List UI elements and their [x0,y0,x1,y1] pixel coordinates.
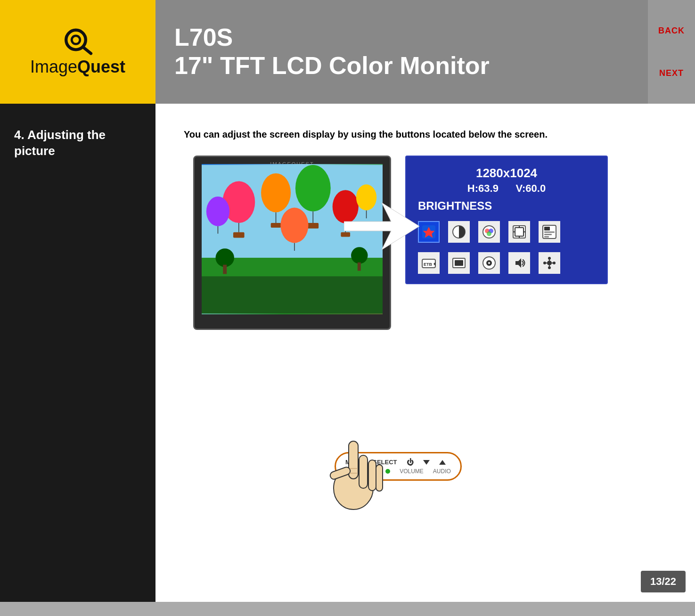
svg-line-3 [83,48,91,54]
osd-hz: H:63.9 V:60.0 [418,182,595,195]
arrow-indicator [344,203,419,252]
logo: ImageQuest [30,27,125,77]
header-title-area: L70S 17" TFT LCD Color Monitor [155,0,648,104]
svg-point-10 [261,173,291,213]
osd-icon-etb: ETB [418,252,440,274]
bottom-bar [0,602,695,616]
svg-rect-26 [223,265,227,274]
svg-point-58 [548,257,551,260]
osd-icon-color [478,221,500,243]
osd-v-value: V:60.0 [516,182,546,194]
up-button-icon [439,460,446,465]
svg-point-36 [487,231,491,236]
svg-point-13 [295,165,331,211]
svg-rect-52 [455,260,463,266]
osd-icon-audio-tone [478,252,500,274]
back-button[interactable]: BACK [658,26,685,36]
svg-point-59 [548,266,551,269]
header-nav: BACK NEXT [648,0,695,104]
osd-icon-ratio [448,252,470,274]
product-title: L70S 17" TFT LCD Color Monitor [174,24,490,80]
sidebar: 4. Adjusting the picture [0,104,155,602]
svg-text:ETB: ETB [424,262,433,267]
page-wrapper: ImageQuest L70S 17" TFT LCD Color Monito… [0,0,695,616]
svg-rect-9 [233,232,245,238]
svg-rect-68 [359,455,368,488]
svg-rect-46 [544,234,552,235]
osd-panel: 1280x1024 H:63.9 V:60.0 BRIGHTNESS [405,156,608,284]
svg-rect-28 [358,263,361,271]
svg-rect-44 [544,227,550,230]
power-icon: ⏻ [407,458,414,466]
osd-icons-row1 [418,221,595,243]
monitor-area: IMAGEQUEST [184,156,608,509]
svg-rect-12 [271,223,281,228]
main-content: You can adjust the screen display by usi… [155,104,695,602]
svg-rect-70 [376,465,383,491]
osd-label: BRIGHTNESS [418,199,595,213]
page-number: 13/22 [641,571,686,592]
logo-icon [59,27,97,55]
svg-point-2 [73,37,79,43]
down-button-icon [423,460,430,465]
osd-icon-osdpos [539,221,560,243]
section-title: 4. Adjusting the picture [14,127,141,159]
logo-area: ImageQuest [0,0,155,104]
header: ImageQuest L70S 17" TFT LCD Color Monito… [0,0,695,104]
svg-point-25 [216,248,234,267]
svg-point-23 [280,208,308,243]
osd-icons-row2: ETB [418,252,595,274]
svg-rect-69 [368,460,376,491]
logo-text: ImageQuest [30,57,125,77]
hand-cursor-area [325,427,386,514]
title-line1: L70S [174,24,490,52]
osd-resolution: 1280x1024 [418,166,595,181]
body-wrapper: 4. Adjusting the picture You can adjust … [0,104,695,602]
next-button[interactable]: NEXT [659,68,684,78]
svg-point-60 [543,262,546,264]
osd-icon-contrast [448,221,470,243]
svg-rect-45 [544,231,555,233]
osd-icon-misc [539,252,560,274]
arrow-svg [344,203,419,250]
svg-marker-29 [344,203,419,250]
description-text: You can adjust the screen display by usi… [184,127,570,141]
svg-rect-6 [202,276,383,313]
hand-cursor-svg [325,427,386,512]
svg-point-57 [547,261,552,265]
svg-marker-56 [515,258,521,268]
logo-bold-text: Quest [77,57,125,76]
osd-icon-position [508,221,530,243]
osd-icon-brightness [418,221,440,243]
osd-h-value: H:63.9 [467,182,499,194]
svg-point-55 [488,262,490,264]
monitor-body: IMAGEQUEST [193,156,401,401]
logo-light-text: Image [30,57,77,76]
title-line2: 17" TFT LCD Color Monitor [174,52,490,80]
audio-label: AUDIO [433,468,451,475]
volume-label: VOLUME [400,468,424,475]
osd-icon-volume [508,252,530,274]
svg-point-61 [553,262,556,264]
svg-rect-15 [307,223,319,229]
svg-point-19 [206,197,229,226]
svg-rect-47 [544,236,549,238]
